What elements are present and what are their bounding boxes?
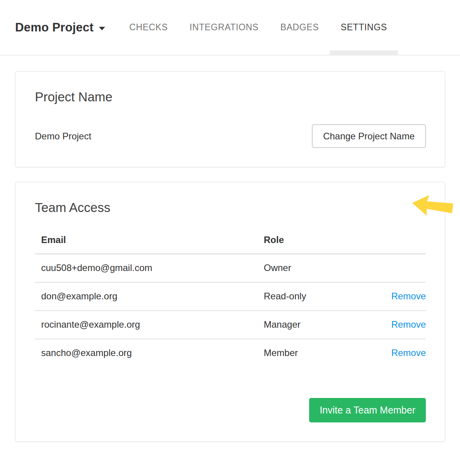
member-action-cell: Remove [379, 311, 426, 339]
column-header-email: Email [35, 235, 258, 254]
settings-page-content: Project Name Demo Project Change Project… [0, 56, 460, 442]
caret-down-icon [99, 27, 105, 30]
table-row: don@example.org Read-only Remove [35, 282, 426, 311]
project-switcher-label: Demo Project [15, 21, 93, 35]
remove-member-link[interactable]: Remove [391, 347, 426, 358]
member-role: Manager [258, 311, 379, 339]
team-members-table: Email Role cuu508+demo@gmail.com Owner d… [35, 235, 426, 367]
member-action-cell [379, 254, 426, 282]
member-email: rocinante@example.org [35, 311, 258, 339]
tab-settings[interactable]: SETTINGS [330, 0, 398, 55]
member-role: Member [258, 339, 379, 367]
project-switcher[interactable]: Demo Project [15, 21, 105, 35]
project-name-card: Project Name Demo Project Change Project… [15, 71, 445, 167]
project-name-row: Demo Project Change Project Name [35, 124, 426, 148]
remove-member-link[interactable]: Remove [391, 319, 426, 330]
member-role: Read-only [258, 282, 379, 311]
member-email: don@example.org [35, 282, 258, 311]
team-access-card-title: Team Access [35, 200, 426, 215]
tab-checks[interactable]: CHECKS [118, 0, 178, 55]
invite-row: Invite a Team Member [35, 398, 426, 422]
nav-tabs: CHECKS INTEGRATIONS BADGES SETTINGS [118, 0, 398, 55]
tab-badges[interactable]: BADGES [270, 0, 330, 55]
member-email: sancho@example.org [35, 339, 258, 367]
project-name-card-title: Project Name [35, 90, 426, 105]
tab-integrations[interactable]: INTEGRATIONS [179, 0, 270, 55]
member-action-cell: Remove [379, 282, 426, 311]
member-action-cell: Remove [379, 339, 426, 367]
column-header-role: Role [258, 235, 379, 254]
top-navigation: Demo Project CHECKS INTEGRATIONS BADGES … [0, 0, 460, 56]
table-row: cuu508+demo@gmail.com Owner [35, 254, 426, 282]
column-header-action [379, 235, 426, 254]
table-header-row: Email Role [35, 235, 426, 254]
member-email: cuu508+demo@gmail.com [35, 254, 258, 282]
table-row: rocinante@example.org Manager Remove [35, 311, 426, 339]
table-row: sancho@example.org Member Remove [35, 339, 426, 367]
invite-team-member-button[interactable]: Invite a Team Member [309, 398, 426, 422]
remove-member-link[interactable]: Remove [391, 291, 426, 301]
current-project-name: Demo Project [35, 131, 91, 142]
member-role: Owner [258, 254, 379, 282]
team-access-card: Team Access Email Role cuu508+demo@gmail… [15, 182, 445, 441]
change-project-name-button[interactable]: Change Project Name [312, 124, 426, 148]
